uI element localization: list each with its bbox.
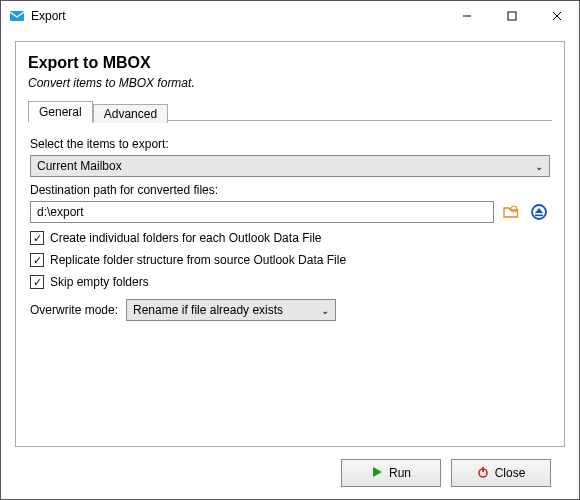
content-area: Export to MBOX Convert items to MBOX for… (1, 31, 579, 499)
svg-rect-2 (508, 12, 516, 20)
chevron-down-icon: ⌄ (321, 305, 329, 316)
svg-rect-0 (10, 11, 24, 21)
export-window: Export Export to MBOX Convert items to M… (0, 0, 580, 500)
destination-value: d:\export (37, 205, 84, 219)
titlebar: Export (1, 1, 579, 31)
checkbox-individual-folders[interactable]: ✓ Create individual folders for each Out… (30, 231, 550, 245)
panel-subtitle: Convert items to MBOX format. (28, 76, 552, 90)
minimize-button[interactable] (444, 1, 489, 31)
checkbox-icon: ✓ (30, 275, 44, 289)
app-mail-icon (9, 8, 25, 24)
checkbox-icon: ✓ (30, 231, 44, 245)
svg-rect-6 (535, 215, 543, 217)
checkbox-label: Skip empty folders (50, 275, 149, 289)
checkbox-icon: ✓ (30, 253, 44, 267)
tab-general[interactable]: General (28, 101, 93, 122)
checkbox-label: Replicate folder structure from source O… (50, 253, 346, 267)
power-icon (477, 466, 489, 481)
close-button-label: Close (495, 466, 526, 480)
destination-label: Destination path for converted files: (30, 183, 550, 197)
chevron-down-icon: ⌄ (535, 161, 543, 172)
run-button-label: Run (389, 466, 411, 480)
overwrite-value: Rename if file already exists (133, 303, 283, 317)
main-panel: Export to MBOX Convert items to MBOX for… (15, 41, 565, 447)
footer: Run Close (15, 447, 565, 499)
maximize-button[interactable] (489, 1, 534, 31)
browse-folder-button[interactable] (500, 201, 522, 223)
close-window-button[interactable] (534, 1, 579, 31)
window-title: Export (31, 9, 66, 23)
select-items-label: Select the items to export: (30, 137, 550, 151)
tab-strip: General Advanced (28, 100, 552, 121)
overwrite-dropdown[interactable]: Rename if file already exists ⌄ (126, 299, 336, 321)
eject-icon-button[interactable] (528, 201, 550, 223)
items-dropdown-value: Current Mailbox (37, 159, 535, 173)
checkbox-label: Create individual folders for each Outlo… (50, 231, 321, 245)
items-dropdown[interactable]: Current Mailbox ⌄ (30, 155, 550, 177)
checkbox-skip-empty[interactable]: ✓ Skip empty folders (30, 275, 550, 289)
destination-input[interactable]: d:\export (30, 201, 494, 223)
close-button[interactable]: Close (451, 459, 551, 487)
tab-advanced[interactable]: Advanced (93, 104, 168, 123)
panel-heading: Export to MBOX (28, 54, 552, 72)
overwrite-label: Overwrite mode: (30, 303, 118, 317)
checkbox-replicate-structure[interactable]: ✓ Replicate folder structure from source… (30, 253, 550, 267)
run-button[interactable]: Run (341, 459, 441, 487)
tab-general-body: Select the items to export: Current Mail… (28, 121, 552, 321)
play-icon (371, 466, 383, 481)
